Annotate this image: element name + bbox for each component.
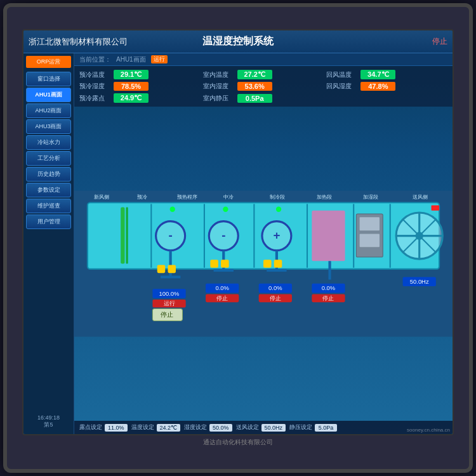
- ctrl-label-hum: 湿度设定: [184, 423, 207, 432]
- metric-label-5: 室内湿度: [203, 82, 235, 91]
- sidebar-logo: ORP运营: [26, 56, 71, 68]
- metric-value-4: 78.5%: [114, 82, 149, 91]
- sidebar-btn-ahu3[interactable]: AHU3画面: [26, 119, 71, 134]
- svg-text:新风侧: 新风侧: [94, 194, 109, 200]
- metric-room-temp: 室内温度 27.2℃: [203, 70, 324, 79]
- company-name: 浙江北微智制材料有限公司: [29, 36, 168, 48]
- svg-text:0.0%: 0.0%: [268, 284, 282, 291]
- svg-rect-34: [253, 204, 255, 267]
- svg-rect-39: [263, 260, 272, 268]
- svg-text:+: +: [273, 228, 280, 242]
- svg-rect-46: [312, 211, 345, 261]
- metric-label-1: 预冷温度: [79, 70, 111, 79]
- metric-precool-temp: 预冷温度 29.1℃: [79, 70, 201, 79]
- svg-text:预热程序: 预热程序: [177, 194, 197, 200]
- svg-point-70: [276, 207, 281, 212]
- metric-precool-hum: 预冷湿度 78.5%: [79, 82, 201, 91]
- clock-time: 16:49:18: [27, 414, 70, 421]
- ctrl-label-dew: 露点设定: [79, 423, 102, 432]
- metric-label-6: 回风湿度: [326, 82, 358, 91]
- ctrl-value-press[interactable]: 5.0Pa: [315, 424, 337, 432]
- svg-text:停止: 停止: [216, 294, 228, 301]
- sidebar-btn-maintenance[interactable]: 维护巡查: [26, 199, 71, 213]
- ctrl-value-dew[interactable]: 11.0%: [105, 424, 128, 432]
- sidebar-btn-ahu1[interactable]: AHU1画面: [26, 88, 71, 102]
- svg-rect-18: [168, 265, 176, 274]
- ctrl-item-hum: 湿度设定 50.0%: [184, 423, 232, 432]
- svg-text:运行: 运行: [164, 300, 175, 307]
- metric-precool-dew: 预冷露点 24.9℃: [79, 93, 201, 103]
- metric-label-8: 室内静压: [203, 94, 235, 103]
- svg-point-62: [415, 232, 423, 240]
- svg-point-68: [170, 207, 175, 212]
- sidebar-btn-window[interactable]: 窗口选择: [26, 72, 71, 86]
- svg-rect-10: [121, 208, 124, 264]
- ctrl-label-temp: 温度设定: [131, 423, 154, 432]
- sidebar-btn-cold[interactable]: 冷站水力: [26, 135, 71, 150]
- screen: 浙江北微智制材料有限公司 温湿度控制系统 停止 ORP运营 窗口选择 AHU1画…: [22, 29, 454, 435]
- sidebar-btn-users[interactable]: 用户管理: [26, 215, 71, 229]
- metric-value-6: 47.8%: [360, 82, 395, 91]
- svg-rect-47: [328, 261, 331, 279]
- svg-rect-27: [214, 269, 234, 272]
- svg-text:0.0%: 0.0%: [322, 284, 336, 291]
- monitor-bottom: 通达自动化科技有限公司: [203, 438, 273, 447]
- svg-rect-17: [157, 265, 166, 274]
- ctrl-value-fan[interactable]: 50.0Hz: [261, 424, 286, 432]
- svg-rect-12: [150, 204, 152, 267]
- svg-rect-45: [307, 204, 308, 267]
- right-panel: 当前位置： AHU1画面 运行 预冷温度 29.1℃ 室内温度 27.2℃: [74, 53, 453, 434]
- ctrl-item-press: 静压设定 5.0Pa: [289, 423, 337, 432]
- svg-rect-65: [432, 205, 440, 210]
- ctrl-item-dew: 露点设定 11.0%: [79, 423, 128, 432]
- status-prefix: 当前位置：: [79, 55, 111, 64]
- svg-rect-11: [126, 208, 128, 264]
- ctrl-label-press: 静压设定: [289, 423, 312, 432]
- svg-text:停止: 停止: [270, 294, 281, 301]
- diagram-wrapper: 新风侧 预冷 预热程序 中冷 制冷段 加热段 加湿段 送风侧: [74, 107, 453, 421]
- sidebar-btn-ahu2[interactable]: AHU2画面: [26, 103, 71, 118]
- svg-text:停止: 停止: [161, 311, 173, 318]
- svg-rect-28: [210, 260, 218, 268]
- ctrl-value-hum[interactable]: 50.0%: [209, 424, 232, 432]
- svg-rect-54: [360, 217, 380, 230]
- svg-text:-: -: [168, 228, 172, 242]
- ahu-diagram: 新风侧 预冷 预热程序 中冷 制冷段 加热段 加湿段 送风侧: [74, 107, 453, 421]
- svg-rect-40: [274, 260, 282, 268]
- metric-value-5: 53.6%: [237, 82, 272, 91]
- metric-label-3: 回风温度: [326, 70, 358, 79]
- header: 浙江北微智制材料有限公司 温湿度控制系统 停止: [23, 30, 453, 53]
- metric-value-1: 29.1℃: [114, 70, 149, 79]
- svg-text:加湿段: 加湿段: [363, 194, 378, 200]
- sidebar-btn-process[interactable]: 工艺分析: [26, 151, 71, 166]
- watermark: sooney.cn.china.cn: [407, 427, 450, 433]
- svg-text:制冷段: 制冷段: [270, 194, 285, 200]
- svg-rect-52: [353, 204, 354, 267]
- ctrl-value-temp[interactable]: 24.2℃: [157, 424, 181, 432]
- svg-text:预冷: 预冷: [137, 194, 147, 200]
- metric-return-temp: 回风温度 34.7℃: [326, 70, 447, 79]
- svg-rect-16: [161, 275, 180, 278]
- metric-label-2: 室内温度: [203, 70, 235, 79]
- main-content: ORP运营 窗口选择 AHU1画面 AHU2画面 AHU3画面 冷站水力 工艺分…: [23, 53, 453, 434]
- svg-point-69: [223, 207, 228, 212]
- svg-text:100.0%: 100.0%: [159, 290, 180, 297]
- metric-value-2: 27.2℃: [237, 70, 272, 79]
- svg-rect-23: [204, 204, 205, 267]
- sidebar-btn-params[interactable]: 参数设定: [26, 183, 71, 197]
- metric-value-8: 0.5Pa: [237, 94, 272, 103]
- metric-label-7: 预冷露点: [79, 94, 111, 103]
- svg-text:0.0%: 0.0%: [215, 284, 229, 291]
- sidebar-btn-history[interactable]: 历史趋势: [26, 167, 71, 182]
- metrics-area: 预冷温度 29.1℃ 室内温度 27.2℃ 回风温度 34.7℃ 预冷湿度 7: [74, 66, 453, 107]
- ctrl-item-fan: 送风设定 50.0Hz: [236, 423, 286, 432]
- svg-rect-29: [221, 260, 229, 268]
- svg-text:送风侧: 送风侧: [413, 194, 428, 200]
- svg-text:中冷: 中冷: [223, 194, 234, 200]
- metric-label-4: 预冷湿度: [79, 82, 111, 91]
- metric-value-3: 34.7℃: [360, 70, 395, 79]
- metric-value-7: 24.9℃: [114, 93, 149, 103]
- control-bar: 露点设定 11.0% 温度设定 24.2℃ 湿度设定 50.0% 送风设定 50…: [74, 421, 453, 434]
- status-tag: 运行: [151, 55, 168, 63]
- sidebar: ORP运营 窗口选择 AHU1画面 AHU2画面 AHU3画面 冷站水力 工艺分…: [23, 53, 74, 434]
